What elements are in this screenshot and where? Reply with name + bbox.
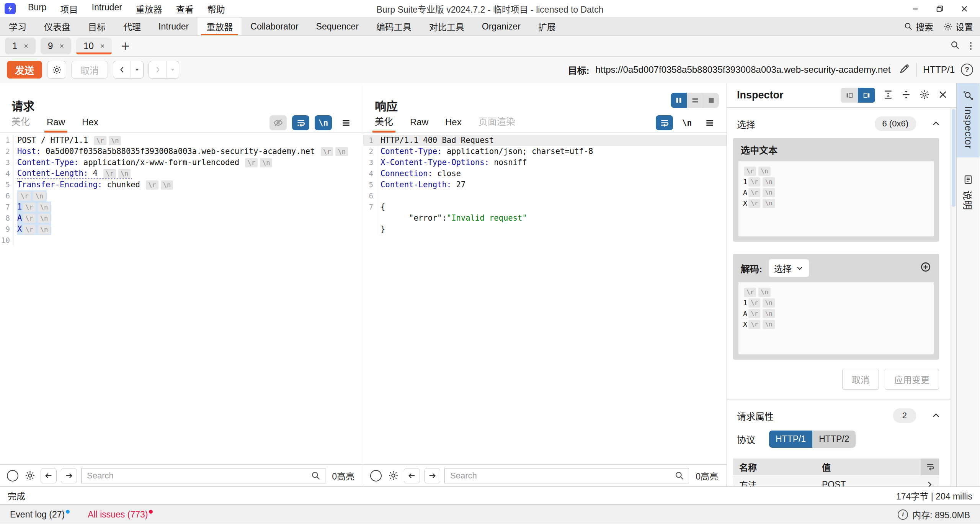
code-line[interactable]: 7{: [363, 201, 727, 213]
tool-tab-Sequencer[interactable]: Sequencer: [307, 18, 368, 35]
request-editor[interactable]: 1POST / HTTP/1.1 \r\n2Host: 0a5d007f0358…: [0, 133, 363, 464]
code-line[interactable]: 1\r\n: [743, 177, 929, 187]
close-tab-icon[interactable]: ×: [59, 42, 64, 51]
scrollbar-thumb[interactable]: [952, 109, 956, 207]
menu-item-重放器[interactable]: 重放器: [129, 2, 169, 15]
inspector-apply-button[interactable]: 应用变更: [885, 369, 939, 390]
tab-pretty[interactable]: 美化: [375, 114, 393, 133]
close-tab-icon[interactable]: ×: [100, 42, 105, 51]
tool-tab-目标[interactable]: 目标: [79, 18, 114, 35]
help-icon[interactable]: ?: [961, 64, 973, 76]
tool-tab-扩展[interactable]: 扩展: [529, 18, 565, 35]
tool-tab-对比工具[interactable]: 对比工具: [420, 18, 473, 35]
editor-menu-button[interactable]: [337, 115, 354, 130]
minimize-button[interactable]: [909, 3, 922, 15]
table-wrap-button[interactable]: [921, 458, 939, 475]
close-button[interactable]: [958, 3, 971, 15]
code-line[interactable]: 1POST / HTTP/1.1 \r\n: [0, 135, 363, 146]
tool-tab-Intruder[interactable]: Intruder: [150, 18, 198, 35]
strip-tab-inspector[interactable]: Inspector: [957, 83, 980, 157]
code-line[interactable]: 4Content-Length: 4 \r\n: [0, 168, 363, 179]
attr-row-方法[interactable]: 方法POST: [733, 475, 939, 486]
code-line[interactable]: 10: [0, 235, 363, 246]
code-line[interactable]: \r\n: [743, 166, 929, 177]
tool-tab-代理[interactable]: 代理: [114, 18, 150, 35]
code-line[interactable]: X\r\n: [743, 198, 929, 209]
menu-item-Burp[interactable]: Burp: [21, 2, 54, 15]
code-line[interactable]: }: [363, 224, 727, 235]
protocol-option-HTTP/2[interactable]: HTTP/2: [812, 431, 856, 448]
dock-left-button[interactable]: [841, 88, 858, 103]
code-line[interactable]: 9X\r\n: [0, 224, 363, 235]
event-log-link[interactable]: Event log (27): [10, 509, 69, 520]
code-line[interactable]: 71\r\n: [0, 201, 363, 213]
code-line[interactable]: 4Connection: close: [363, 168, 727, 179]
selection-section-header[interactable]: 选择 6 (0x6): [727, 108, 951, 137]
code-line[interactable]: 1HTTP/1.1 400 Bad Request: [363, 135, 727, 146]
search-settings-icon[interactable]: [387, 469, 400, 482]
show-newlines-button[interactable]: \n: [315, 115, 332, 130]
layout-rows-button[interactable]: [687, 93, 703, 108]
code-line[interactable]: 3Content-Type: application/x-www-form-ur…: [0, 157, 363, 168]
code-line[interactable]: 2Host: 0a5d007f0358a5b88035f393008a003a.…: [0, 146, 363, 157]
code-line[interactable]: \r\n: [743, 287, 929, 298]
restore-button[interactable]: [933, 3, 946, 15]
menu-item-项目[interactable]: 项目: [54, 2, 85, 15]
tab-pretty[interactable]: 美化: [11, 114, 30, 133]
history-back-button[interactable]: [113, 61, 144, 79]
protocol-option-HTTP/1[interactable]: HTTP/1: [769, 431, 812, 448]
repeater-tab-1[interactable]: 1×: [5, 38, 36, 54]
close-tab-icon[interactable]: ×: [24, 42, 28, 51]
code-line[interactable]: 2Content-Type: application/json; charset…: [363, 146, 727, 157]
response-search-input[interactable]: [444, 468, 689, 483]
history-forward-button[interactable]: [149, 61, 179, 79]
repeater-tab-10[interactable]: 10×: [76, 38, 112, 54]
dock-right-button[interactable]: [858, 88, 875, 103]
tool-tab-编码工具[interactable]: 编码工具: [368, 18, 420, 35]
tool-tab-重放器[interactable]: 重放器: [198, 18, 242, 35]
tab-render[interactable]: 页面渲染: [479, 114, 515, 133]
edit-target-icon[interactable]: [899, 63, 910, 77]
code-line[interactable]: 8A\r\n: [0, 213, 363, 224]
global-search-button[interactable]: 搜索: [904, 20, 933, 33]
code-line[interactable]: A\r\n: [743, 187, 929, 198]
code-line[interactable]: 1\r\n: [743, 298, 929, 308]
global-settings-button[interactable]: 设置: [943, 20, 973, 33]
show-newlines-button[interactable]: \n: [678, 115, 696, 130]
selected-text-box[interactable]: \r\n1\r\nA\r\nX\r\n: [738, 161, 934, 236]
send-button[interactable]: 发送: [7, 61, 42, 79]
tool-tab-Collaborator[interactable]: Collaborator: [242, 18, 307, 35]
tool-tab-学习[interactable]: 学习: [0, 18, 35, 35]
search-next-button[interactable]: [424, 468, 440, 483]
response-editor[interactable]: 1HTTP/1.1 400 Bad Request2Content-Type: …: [363, 133, 727, 464]
tool-tab-Organizer[interactable]: Organizer: [473, 18, 529, 35]
tab-hex[interactable]: Hex: [82, 117, 98, 133]
word-wrap-button[interactable]: [292, 115, 309, 130]
search-settings-icon[interactable]: [23, 469, 36, 482]
add-decode-step-button[interactable]: [920, 261, 931, 275]
search-help-icon[interactable]: [369, 469, 382, 482]
layout-single-button[interactable]: [703, 93, 719, 108]
tab-raw[interactable]: Raw: [410, 117, 428, 133]
code-line[interactable]: 5Transfer-Encoding: chunked \r\n: [0, 179, 363, 190]
search-next-button[interactable]: [61, 468, 77, 483]
inspector-scrollbar[interactable]: [951, 108, 956, 486]
code-line[interactable]: 5Content-Length: 27: [363, 179, 727, 190]
send-settings-button[interactable]: [47, 61, 66, 79]
inspector-cancel-button[interactable]: 取消: [842, 369, 879, 390]
repeater-tab-9[interactable]: 9×: [41, 38, 71, 54]
menu-item-Intruder[interactable]: Intruder: [85, 2, 129, 15]
request-attributes-header[interactable]: 请求属性 2: [727, 400, 951, 429]
search-prev-button[interactable]: [404, 468, 420, 483]
word-wrap-button[interactable]: [656, 115, 673, 130]
editor-menu-button[interactable]: [701, 115, 718, 130]
decode-dropdown[interactable]: 选择: [768, 259, 809, 277]
expand-all-button[interactable]: [883, 90, 893, 101]
inspector-settings-button[interactable]: [919, 89, 930, 102]
code-line[interactable]: 6: [363, 190, 727, 201]
strip-tab-notes[interactable]: 说明: [957, 167, 980, 219]
code-line[interactable]: 3X-Content-Type-Options: nosniff: [363, 157, 727, 168]
layout-columns-button[interactable]: [671, 93, 687, 108]
request-search-input[interactable]: [81, 468, 325, 483]
code-line[interactable]: "error":"Invalid request": [363, 213, 727, 224]
